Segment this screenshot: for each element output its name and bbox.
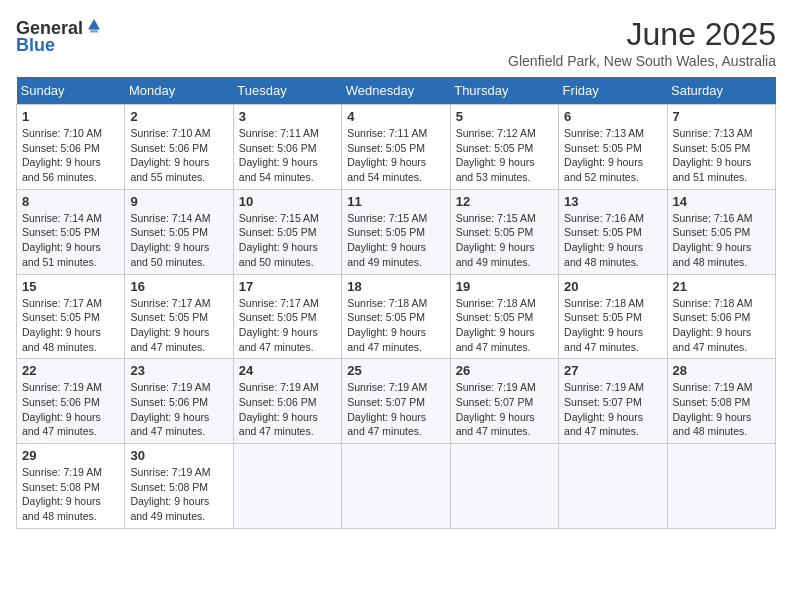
calendar-cell <box>559 444 667 529</box>
calendar-cell: 9 Sunrise: 7:14 AMSunset: 5:05 PMDayligh… <box>125 189 233 274</box>
calendar-cell: 25 Sunrise: 7:19 AMSunset: 5:07 PMDaylig… <box>342 359 450 444</box>
calendar-cell: 14 Sunrise: 7:16 AMSunset: 5:05 PMDaylig… <box>667 189 775 274</box>
calendar-cell: 19 Sunrise: 7:18 AMSunset: 5:05 PMDaylig… <box>450 274 558 359</box>
calendar-week-row: 8 Sunrise: 7:14 AMSunset: 5:05 PMDayligh… <box>17 189 776 274</box>
day-number: 19 <box>456 279 553 294</box>
calendar-cell: 23 Sunrise: 7:19 AMSunset: 5:06 PMDaylig… <box>125 359 233 444</box>
day-info: Sunrise: 7:16 AMSunset: 5:05 PMDaylight:… <box>673 212 753 268</box>
day-info: Sunrise: 7:11 AMSunset: 5:06 PMDaylight:… <box>239 127 319 183</box>
calendar-cell <box>342 444 450 529</box>
calendar-cell: 27 Sunrise: 7:19 AMSunset: 5:07 PMDaylig… <box>559 359 667 444</box>
calendar-cell: 12 Sunrise: 7:15 AMSunset: 5:05 PMDaylig… <box>450 189 558 274</box>
day-number: 17 <box>239 279 336 294</box>
calendar-cell: 20 Sunrise: 7:18 AMSunset: 5:05 PMDaylig… <box>559 274 667 359</box>
weekday-header-sunday: Sunday <box>17 77 125 105</box>
day-number: 1 <box>22 109 119 124</box>
day-info: Sunrise: 7:13 AMSunset: 5:05 PMDaylight:… <box>564 127 644 183</box>
weekday-header-friday: Friday <box>559 77 667 105</box>
calendar-table: SundayMondayTuesdayWednesdayThursdayFrid… <box>16 77 776 529</box>
day-number: 15 <box>22 279 119 294</box>
calendar-week-row: 15 Sunrise: 7:17 AMSunset: 5:05 PMDaylig… <box>17 274 776 359</box>
calendar-cell: 8 Sunrise: 7:14 AMSunset: 5:05 PMDayligh… <box>17 189 125 274</box>
svg-marker-0 <box>88 19 100 30</box>
calendar-cell: 6 Sunrise: 7:13 AMSunset: 5:05 PMDayligh… <box>559 105 667 190</box>
day-info: Sunrise: 7:18 AMSunset: 5:05 PMDaylight:… <box>347 297 427 353</box>
calendar-week-row: 29 Sunrise: 7:19 AMSunset: 5:08 PMDaylig… <box>17 444 776 529</box>
calendar-cell: 1 Sunrise: 7:10 AMSunset: 5:06 PMDayligh… <box>17 105 125 190</box>
calendar-cell: 4 Sunrise: 7:11 AMSunset: 5:05 PMDayligh… <box>342 105 450 190</box>
calendar-cell <box>233 444 341 529</box>
page-header: General Blue June 2025 Glenfield Park, N… <box>16 16 776 69</box>
calendar-cell: 13 Sunrise: 7:16 AMSunset: 5:05 PMDaylig… <box>559 189 667 274</box>
day-number: 5 <box>456 109 553 124</box>
day-info: Sunrise: 7:19 AMSunset: 5:07 PMDaylight:… <box>564 381 644 437</box>
weekday-header-monday: Monday <box>125 77 233 105</box>
weekday-header-row: SundayMondayTuesdayWednesdayThursdayFrid… <box>17 77 776 105</box>
day-number: 27 <box>564 363 661 378</box>
calendar-cell: 18 Sunrise: 7:18 AMSunset: 5:05 PMDaylig… <box>342 274 450 359</box>
weekday-header-tuesday: Tuesday <box>233 77 341 105</box>
day-number: 25 <box>347 363 444 378</box>
day-number: 24 <box>239 363 336 378</box>
day-number: 4 <box>347 109 444 124</box>
day-number: 20 <box>564 279 661 294</box>
day-info: Sunrise: 7:19 AMSunset: 5:06 PMDaylight:… <box>239 381 319 437</box>
day-info: Sunrise: 7:15 AMSunset: 5:05 PMDaylight:… <box>456 212 536 268</box>
calendar-cell: 28 Sunrise: 7:19 AMSunset: 5:08 PMDaylig… <box>667 359 775 444</box>
day-number: 16 <box>130 279 227 294</box>
location-subtitle: Glenfield Park, New South Wales, Austral… <box>508 53 776 69</box>
calendar-week-row: 22 Sunrise: 7:19 AMSunset: 5:06 PMDaylig… <box>17 359 776 444</box>
calendar-cell: 11 Sunrise: 7:15 AMSunset: 5:05 PMDaylig… <box>342 189 450 274</box>
calendar-cell: 15 Sunrise: 7:17 AMSunset: 5:05 PMDaylig… <box>17 274 125 359</box>
calendar-cell: 3 Sunrise: 7:11 AMSunset: 5:06 PMDayligh… <box>233 105 341 190</box>
logo-blue-text: Blue <box>16 35 55 56</box>
day-number: 7 <box>673 109 770 124</box>
calendar-cell: 10 Sunrise: 7:15 AMSunset: 5:05 PMDaylig… <box>233 189 341 274</box>
day-number: 3 <box>239 109 336 124</box>
calendar-cell <box>450 444 558 529</box>
day-number: 10 <box>239 194 336 209</box>
day-number: 12 <box>456 194 553 209</box>
svg-marker-1 <box>90 30 99 33</box>
day-number: 18 <box>347 279 444 294</box>
day-number: 29 <box>22 448 119 463</box>
day-info: Sunrise: 7:15 AMSunset: 5:05 PMDaylight:… <box>239 212 319 268</box>
calendar-cell: 7 Sunrise: 7:13 AMSunset: 5:05 PMDayligh… <box>667 105 775 190</box>
day-info: Sunrise: 7:18 AMSunset: 5:05 PMDaylight:… <box>456 297 536 353</box>
day-info: Sunrise: 7:19 AMSunset: 5:08 PMDaylight:… <box>22 466 102 522</box>
calendar-cell: 5 Sunrise: 7:12 AMSunset: 5:05 PMDayligh… <box>450 105 558 190</box>
day-info: Sunrise: 7:19 AMSunset: 5:06 PMDaylight:… <box>130 381 210 437</box>
day-number: 30 <box>130 448 227 463</box>
day-number: 21 <box>673 279 770 294</box>
day-number: 14 <box>673 194 770 209</box>
day-number: 13 <box>564 194 661 209</box>
calendar-cell: 2 Sunrise: 7:10 AMSunset: 5:06 PMDayligh… <box>125 105 233 190</box>
weekday-header-wednesday: Wednesday <box>342 77 450 105</box>
weekday-header-saturday: Saturday <box>667 77 775 105</box>
month-year-title: June 2025 <box>508 16 776 53</box>
calendar-cell <box>667 444 775 529</box>
day-info: Sunrise: 7:18 AMSunset: 5:05 PMDaylight:… <box>564 297 644 353</box>
day-number: 23 <box>130 363 227 378</box>
day-number: 6 <box>564 109 661 124</box>
day-info: Sunrise: 7:17 AMSunset: 5:05 PMDaylight:… <box>239 297 319 353</box>
day-info: Sunrise: 7:17 AMSunset: 5:05 PMDaylight:… <box>22 297 102 353</box>
day-info: Sunrise: 7:11 AMSunset: 5:05 PMDaylight:… <box>347 127 427 183</box>
calendar-cell: 22 Sunrise: 7:19 AMSunset: 5:06 PMDaylig… <box>17 359 125 444</box>
day-number: 2 <box>130 109 227 124</box>
calendar-cell: 24 Sunrise: 7:19 AMSunset: 5:06 PMDaylig… <box>233 359 341 444</box>
day-number: 9 <box>130 194 227 209</box>
logo: General Blue <box>16 16 103 56</box>
calendar-week-row: 1 Sunrise: 7:10 AMSunset: 5:06 PMDayligh… <box>17 105 776 190</box>
day-number: 11 <box>347 194 444 209</box>
day-info: Sunrise: 7:19 AMSunset: 5:06 PMDaylight:… <box>22 381 102 437</box>
day-info: Sunrise: 7:13 AMSunset: 5:05 PMDaylight:… <box>673 127 753 183</box>
day-info: Sunrise: 7:19 AMSunset: 5:07 PMDaylight:… <box>456 381 536 437</box>
day-number: 8 <box>22 194 119 209</box>
day-info: Sunrise: 7:12 AMSunset: 5:05 PMDaylight:… <box>456 127 536 183</box>
calendar-cell: 17 Sunrise: 7:17 AMSunset: 5:05 PMDaylig… <box>233 274 341 359</box>
day-info: Sunrise: 7:18 AMSunset: 5:06 PMDaylight:… <box>673 297 753 353</box>
title-block: June 2025 Glenfield Park, New South Wale… <box>508 16 776 69</box>
day-number: 26 <box>456 363 553 378</box>
day-info: Sunrise: 7:19 AMSunset: 5:08 PMDaylight:… <box>130 466 210 522</box>
